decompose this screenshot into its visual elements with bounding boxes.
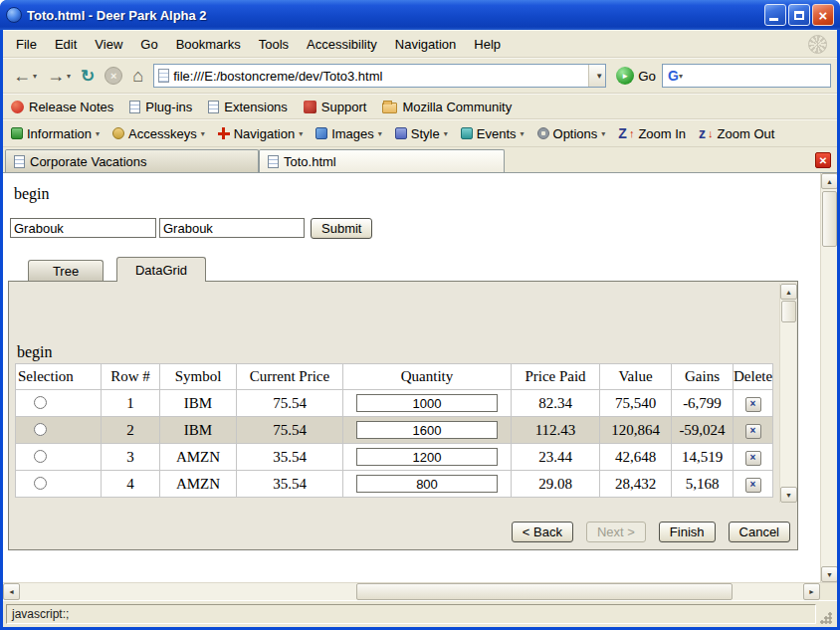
bookmark-extensions[interactable]: Extensions	[208, 100, 288, 114]
scroll-track[interactable]	[20, 583, 803, 600]
minimize-button[interactable]	[764, 4, 786, 26]
cell-symbol: IBM	[160, 417, 237, 444]
reload-button[interactable]: ↻	[77, 61, 99, 91]
next-button[interactable]: Next >	[586, 522, 646, 542]
devtool-style[interactable]: Style ▾	[395, 126, 448, 141]
content-scrollbar[interactable]: ▲ ▼	[820, 173, 837, 582]
zoom-out-button[interactable]: z ↓ Zoom Out	[699, 125, 774, 141]
column-header-delete: Delete	[734, 364, 773, 390]
scroll-right-button[interactable]: ►	[803, 583, 820, 600]
menu-accessibility[interactable]: Accessibility	[298, 34, 386, 55]
back-button[interactable]: < Back	[512, 522, 573, 542]
scroll-up-button[interactable]: ▲	[821, 173, 837, 189]
url-input[interactable]	[173, 66, 588, 86]
forward-arrow-icon: →	[47, 67, 65, 85]
window-client-area: File Edit View Go Bookmarks Tools Access…	[3, 30, 837, 627]
finish-button[interactable]: Finish	[659, 522, 716, 542]
devtool-options[interactable]: Options ▾	[537, 126, 606, 141]
menu-navigation[interactable]: Navigation	[386, 34, 465, 55]
close-button[interactable]: ×	[812, 4, 834, 26]
devtool-navigation[interactable]: Navigation ▾	[218, 126, 303, 141]
maximize-button[interactable]	[788, 4, 810, 26]
scroll-thumb[interactable]	[822, 191, 837, 247]
delete-row-button[interactable]: ×	[745, 397, 761, 412]
maximize-icon	[794, 11, 804, 20]
zoom-out-label: Zoom Out	[718, 126, 775, 141]
title-bar[interactable]: Toto.html - Deer Park Alpha 2 ×	[0, 0, 840, 30]
search-input[interactable]	[683, 66, 830, 86]
url-bar: ▼	[153, 64, 606, 88]
delete-row-button[interactable]: ×	[745, 451, 761, 466]
column-header-selection: Selection	[16, 364, 102, 390]
horizontal-scrollbar[interactable]: ◄ ►	[3, 582, 837, 600]
menu-help[interactable]: Help	[465, 34, 510, 55]
scroll-down-button[interactable]: ▼	[821, 566, 837, 582]
back-button[interactable]: ← ▾	[9, 61, 41, 91]
google-logo-icon[interactable]: G	[668, 68, 679, 84]
bookmark-release-notes[interactable]: Release Notes	[11, 100, 113, 114]
devtool-events[interactable]: Events ▾	[461, 126, 525, 141]
quantity-input[interactable]	[356, 448, 498, 466]
resize-grip[interactable]	[819, 610, 834, 625]
quantity-input[interactable]	[356, 475, 498, 493]
tab-close-button[interactable]: ✕	[815, 152, 831, 168]
menu-file[interactable]: File	[7, 34, 46, 55]
home-icon: ⌂	[132, 66, 143, 87]
bookmark-support[interactable]: Support	[304, 100, 367, 114]
cancel-button[interactable]: Cancel	[729, 522, 790, 542]
menu-go[interactable]: Go	[131, 34, 166, 55]
forward-button[interactable]: → ▾	[43, 61, 75, 91]
tab-tree[interactable]: Tree	[28, 260, 104, 282]
column-header-current-price: Current Price	[237, 364, 343, 390]
devtool-accesskeys[interactable]: Accesskeys ▾	[112, 126, 205, 141]
bookmark-mozilla-community[interactable]: Mozilla Community	[382, 100, 512, 114]
tab-toto-html[interactable]: Toto.html	[259, 149, 505, 172]
devtool-images[interactable]: Images ▾	[315, 126, 382, 141]
status-bar: javascript:;	[3, 600, 837, 627]
bookmark-label: Support	[321, 100, 367, 114]
scroll-thumb[interactable]	[356, 583, 733, 600]
devtool-information[interactable]: Information ▾	[11, 126, 100, 141]
menu-tools[interactable]: Tools	[250, 34, 298, 55]
scroll-left-button[interactable]: ◄	[3, 583, 20, 600]
row-select-radio[interactable]	[34, 477, 47, 490]
quantity-input[interactable]	[356, 421, 498, 439]
scroll-up-button[interactable]: ▲	[780, 284, 797, 300]
cell-gains: -6,799	[672, 390, 734, 417]
zoom-out-icon: z	[699, 125, 706, 141]
scroll-down-button[interactable]: ▼	[780, 487, 797, 503]
menu-bookmarks[interactable]: Bookmarks	[167, 34, 250, 55]
url-history-dropdown-button[interactable]: ▼	[588, 65, 605, 87]
menu-view[interactable]: View	[86, 34, 131, 55]
bookmark-label: Release Notes	[29, 100, 113, 114]
page-icon	[158, 69, 169, 83]
bookmark-plug-ins[interactable]: Plug-ins	[129, 100, 192, 114]
chevron-down-icon: ▾	[378, 129, 382, 138]
row-select-radio[interactable]	[34, 396, 47, 409]
name-input-1[interactable]	[10, 218, 156, 238]
zoom-in-label: Zoom In	[638, 126, 686, 141]
accesskeys-icon	[112, 127, 124, 139]
name-input-2[interactable]	[159, 218, 305, 238]
go-button[interactable]: ► Go	[612, 67, 660, 85]
menu-edit[interactable]: Edit	[46, 34, 86, 55]
panel-begin-text: begin	[17, 343, 53, 361]
tab-corporate-vacations[interactable]: Corporate Vacations	[5, 149, 259, 172]
devtool-label: Information	[27, 126, 92, 141]
tab-datagrid[interactable]: DataGrid	[116, 257, 206, 282]
scroll-thumb[interactable]	[781, 301, 796, 322]
delete-row-button[interactable]: ×	[745, 478, 761, 493]
home-button[interactable]: ⌂	[128, 61, 147, 91]
images-icon	[315, 127, 327, 139]
row-select-radio[interactable]	[34, 450, 47, 463]
cell-current-price: 35.54	[237, 444, 343, 471]
panel-scrollbar[interactable]: ▲ ▼	[779, 284, 796, 503]
delete-row-button[interactable]: ×	[745, 424, 761, 439]
zoom-in-button[interactable]: Z ↑ Zoom In	[618, 125, 686, 141]
events-icon	[461, 127, 473, 139]
row-select-radio[interactable]	[34, 423, 47, 436]
submit-button[interactable]: Submit	[311, 218, 372, 239]
tab-label: Corporate Vacations	[30, 154, 147, 169]
stop-button[interactable]: ×	[101, 61, 126, 91]
quantity-input[interactable]	[356, 394, 498, 412]
